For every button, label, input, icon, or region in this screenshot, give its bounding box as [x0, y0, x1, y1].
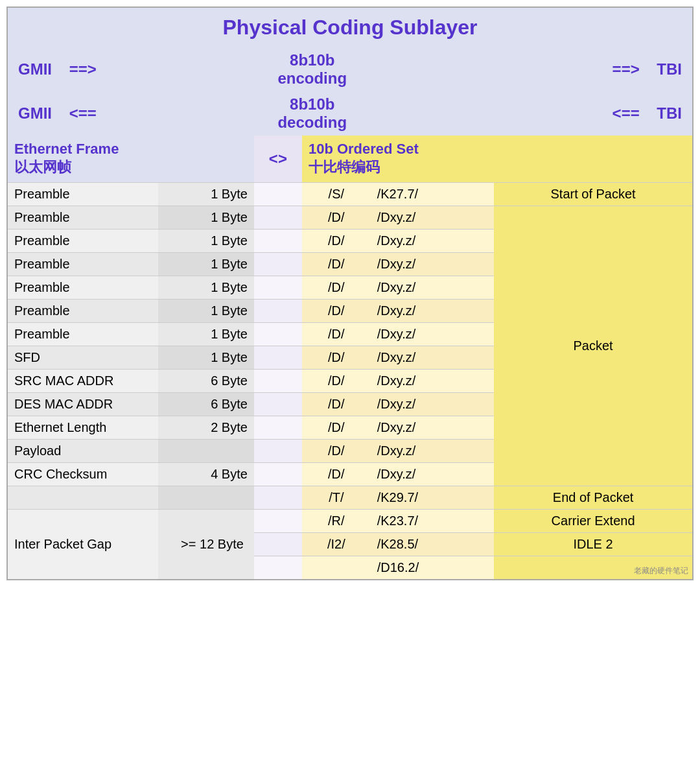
code-14: /R/	[302, 510, 371, 533]
code2-15: /K28.5/	[371, 533, 494, 556]
code2-3: /Dxy.z/	[371, 253, 494, 276]
eth-size-3: 1 Byte	[158, 253, 254, 276]
eth-size-10: 2 Byte	[158, 416, 254, 440]
title-row: Physical Coding Sublayer	[7, 7, 693, 47]
eth-name-4: Preamble	[7, 276, 158, 300]
code-12: /D/	[302, 463, 371, 486]
eth-name-9: DES MAC ADDR	[7, 393, 158, 416]
header-eth-label-cn: 以太网帧	[14, 158, 248, 177]
code2-7: /Dxy.z/	[371, 346, 494, 370]
desc-13: End of Packet	[494, 486, 693, 510]
arrow-15	[254, 533, 302, 556]
code2-12: /Dxy.z/	[371, 463, 494, 486]
gmii-decoding-row: GMII <== 8b10b decoding <== TBI	[7, 91, 693, 136]
arrow-1	[254, 206, 302, 230]
header-10b: 10b Ordered Set 十比特编码	[302, 136, 693, 183]
eth-name-ipg: Inter Packet Gap	[7, 510, 158, 580]
arrow-12	[254, 463, 302, 486]
desc-0: Start of Packet	[494, 183, 693, 206]
header-row: Ethernet Frame 以太网帧 <> 10b Ordered Set 十…	[7, 136, 693, 183]
gmii-center-encoding: 8b10b encoding	[254, 47, 371, 91]
eth-size-13	[158, 486, 254, 510]
arrow-9	[254, 393, 302, 416]
desc-16: 老藏的硬件笔记	[494, 556, 693, 580]
arrow-8	[254, 370, 302, 393]
code2-5: /Dxy.z/	[371, 300, 494, 323]
eth-name-0: Preamble	[7, 183, 158, 206]
header-set-label-cn: 十比特编码	[309, 158, 686, 177]
gmii-left-decoding: GMII <==	[7, 91, 254, 136]
packet-merged-cell: Packet	[494, 206, 693, 486]
code2-13: /K29.7/	[371, 486, 494, 510]
code2-6: /Dxy.z/	[371, 323, 494, 346]
eth-size-2: 1 Byte	[158, 230, 254, 253]
code2-4: /Dxy.z/	[371, 276, 494, 300]
code2-16: /D16.2/	[371, 556, 494, 580]
eth-name-6: Preamble	[7, 323, 158, 346]
main-table: Physical Coding Sublayer GMII ==> 8b10b …	[6, 6, 694, 580]
table-row: Inter Packet Gap >= 12 Byte /R/ /K23.7/ …	[7, 510, 693, 533]
arrow-13	[254, 486, 302, 510]
eth-size-11	[158, 440, 254, 463]
eth-size-7: 1 Byte	[158, 346, 254, 370]
arrow-2	[254, 230, 302, 253]
gmii-encoding-row: GMII ==> 8b10b encoding ==> TBI	[7, 47, 693, 91]
gmii-right-decoding: <== TBI	[371, 91, 693, 136]
table-row: Preamble 1 Byte /D/ /Dxy.z/ Packet	[7, 206, 693, 230]
code-0: /S/	[302, 183, 371, 206]
arrow-4	[254, 276, 302, 300]
arrow-7	[254, 346, 302, 370]
code2-0: /K27.7/	[371, 183, 494, 206]
code2-9: /Dxy.z/	[371, 393, 494, 416]
eth-name-5: Preamble	[7, 300, 158, 323]
code-7: /D/	[302, 346, 371, 370]
code2-1: /Dxy.z/	[371, 206, 494, 230]
gmii-left-encoding: GMII ==>	[7, 47, 254, 91]
code-10: /D/	[302, 416, 371, 440]
code2-2: /Dxy.z/	[371, 230, 494, 253]
eth-size-ipg: >= 12 Byte	[158, 510, 254, 580]
header-set-label: 10b Ordered Set	[309, 141, 686, 158]
gmii-right-encoding: ==> TBI	[371, 47, 693, 91]
code2-14: /K23.7/	[371, 510, 494, 533]
eth-size-9: 6 Byte	[158, 393, 254, 416]
eth-name-8: SRC MAC ADDR	[7, 370, 158, 393]
code-3: /D/	[302, 253, 371, 276]
arrow-10	[254, 416, 302, 440]
eth-size-8: 6 Byte	[158, 370, 254, 393]
eth-size-6: 1 Byte	[158, 323, 254, 346]
code-1: /D/	[302, 206, 371, 230]
eth-size-0: 1 Byte	[158, 183, 254, 206]
eth-name-3: Preamble	[7, 253, 158, 276]
code-15: /I2/	[302, 533, 371, 556]
header-eth-label: Ethernet Frame	[14, 141, 248, 158]
arrow-5	[254, 300, 302, 323]
watermark: 老藏的硬件笔记	[634, 565, 688, 576]
desc-14: Carrier Extend	[494, 510, 693, 533]
eth-size-12: 4 Byte	[158, 463, 254, 486]
eth-name-11: Payload	[7, 440, 158, 463]
eth-name-12: CRC Checksum	[7, 463, 158, 486]
eth-size-1: 1 Byte	[158, 206, 254, 230]
header-arrow: <>	[254, 136, 302, 183]
eth-size-4: 1 Byte	[158, 276, 254, 300]
code-2: /D/	[302, 230, 371, 253]
page-container: Physical Coding Sublayer GMII ==> 8b10b …	[0, 0, 700, 587]
arrow-16	[254, 556, 302, 580]
code-16	[302, 556, 371, 580]
eth-name-13	[7, 486, 158, 510]
code-6: /D/	[302, 323, 371, 346]
eth-name-2: Preamble	[7, 230, 158, 253]
table-row: /T/ /K29.7/ End of Packet	[7, 486, 693, 510]
eth-name-1: Preamble	[7, 206, 158, 230]
eth-name-10: Ethernet Length	[7, 416, 158, 440]
eth-name-7: SFD	[7, 346, 158, 370]
code-11: /D/	[302, 440, 371, 463]
arrow-6	[254, 323, 302, 346]
code-4: /D/	[302, 276, 371, 300]
eth-size-5: 1 Byte	[158, 300, 254, 323]
header-ethernet: Ethernet Frame 以太网帧	[7, 136, 254, 183]
gmii-center-decoding: 8b10b decoding	[254, 91, 371, 136]
code2-10: /Dxy.z/	[371, 416, 494, 440]
code-8: /D/	[302, 370, 371, 393]
